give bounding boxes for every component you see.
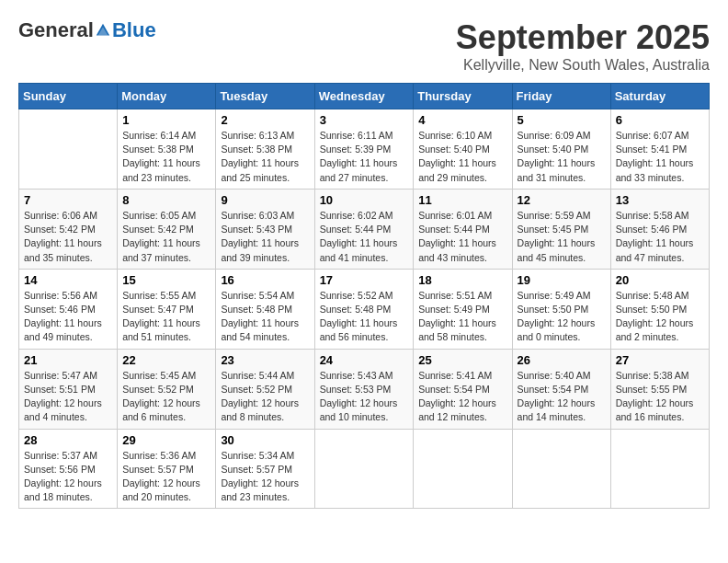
calendar-cell: 3Sunrise: 6:11 AMSunset: 5:39 PMDaylight… [314,109,414,190]
col-header-friday: Friday [512,84,610,109]
col-header-thursday: Thursday [414,84,512,109]
calendar-cell: 13Sunrise: 5:58 AMSunset: 5:46 PMDayligh… [610,189,709,269]
calendar-week-4: 21Sunrise: 5:47 AMSunset: 5:51 PMDayligh… [19,349,710,429]
calendar-cell: 5Sunrise: 6:09 AMSunset: 5:40 PMDaylight… [512,109,610,190]
calendar-cell: 4Sunrise: 6:10 AMSunset: 5:40 PMDaylight… [414,109,512,190]
calendar-cell [512,429,610,509]
day-number: 26 [518,353,606,367]
day-info: Sunrise: 6:01 AMSunset: 5:44 PMDaylight:… [418,209,506,265]
calendar-cell: 19Sunrise: 5:49 AMSunset: 5:50 PMDayligh… [512,269,610,349]
day-number: 5 [518,113,606,127]
col-header-tuesday: Tuesday [216,84,314,109]
day-number: 2 [221,113,309,127]
calendar-cell: 6Sunrise: 6:07 AMSunset: 5:41 PMDaylight… [610,109,709,190]
logo-icon [95,22,111,39]
calendar-cell: 8Sunrise: 6:05 AMSunset: 5:42 PMDaylight… [118,189,216,269]
calendar-cell: 25Sunrise: 5:41 AMSunset: 5:54 PMDayligh… [414,349,512,429]
day-info: Sunrise: 5:40 AMSunset: 5:54 PMDaylight:… [518,369,606,425]
calendar-cell: 23Sunrise: 5:44 AMSunset: 5:52 PMDayligh… [216,349,314,429]
page-header: General Blue September 2025 Kellyville, … [18,18,710,74]
calendar-cell: 10Sunrise: 6:02 AMSunset: 5:44 PMDayligh… [314,189,414,269]
day-info: Sunrise: 5:48 AMSunset: 5:50 PMDaylight:… [616,289,704,345]
day-number: 10 [320,193,409,207]
calendar-cell: 18Sunrise: 5:51 AMSunset: 5:49 PMDayligh… [414,269,512,349]
calendar-cell: 20Sunrise: 5:48 AMSunset: 5:50 PMDayligh… [610,269,709,349]
day-info: Sunrise: 5:43 AMSunset: 5:53 PMDaylight:… [320,369,409,425]
day-info: Sunrise: 5:47 AMSunset: 5:51 PMDaylight:… [24,369,112,425]
day-info: Sunrise: 5:37 AMSunset: 5:56 PMDaylight:… [24,449,112,505]
day-info: Sunrise: 5:41 AMSunset: 5:54 PMDaylight:… [418,369,506,425]
day-number: 14 [24,273,112,287]
day-number: 11 [418,193,506,207]
day-number: 6 [616,113,704,127]
day-number: 1 [122,113,210,127]
calendar-cell: 12Sunrise: 5:59 AMSunset: 5:45 PMDayligh… [512,189,610,269]
day-number: 16 [221,273,309,287]
day-number: 24 [320,353,409,367]
calendar-week-3: 14Sunrise: 5:56 AMSunset: 5:46 PMDayligh… [19,269,710,349]
day-info: Sunrise: 5:58 AMSunset: 5:46 PMDaylight:… [616,209,704,265]
calendar-cell: 2Sunrise: 6:13 AMSunset: 5:38 PMDaylight… [216,109,314,190]
day-number: 29 [122,433,210,447]
calendar-cell: 16Sunrise: 5:54 AMSunset: 5:48 PMDayligh… [216,269,314,349]
col-header-monday: Monday [118,84,216,109]
day-info: Sunrise: 5:56 AMSunset: 5:46 PMDaylight:… [24,289,112,345]
day-info: Sunrise: 6:05 AMSunset: 5:42 PMDaylight:… [122,209,210,265]
day-info: Sunrise: 6:09 AMSunset: 5:40 PMDaylight:… [518,129,606,185]
calendar-cell: 21Sunrise: 5:47 AMSunset: 5:51 PMDayligh… [19,349,118,429]
day-info: Sunrise: 5:54 AMSunset: 5:48 PMDaylight:… [221,289,309,345]
calendar-cell: 30Sunrise: 5:34 AMSunset: 5:57 PMDayligh… [216,429,314,509]
day-number: 28 [24,433,112,447]
calendar-cell: 15Sunrise: 5:55 AMSunset: 5:47 PMDayligh… [118,269,216,349]
logo-general-text: General [18,18,94,42]
calendar-cell: 11Sunrise: 6:01 AMSunset: 5:44 PMDayligh… [414,189,512,269]
day-info: Sunrise: 5:51 AMSunset: 5:49 PMDaylight:… [418,289,506,345]
day-number: 22 [122,353,210,367]
calendar-cell: 1Sunrise: 6:14 AMSunset: 5:38 PMDaylight… [118,109,216,190]
day-info: Sunrise: 6:06 AMSunset: 5:42 PMDaylight:… [24,209,112,265]
calendar-cell: 14Sunrise: 5:56 AMSunset: 5:46 PMDayligh… [19,269,118,349]
day-info: Sunrise: 6:07 AMSunset: 5:41 PMDaylight:… [616,129,704,185]
day-number: 9 [221,193,309,207]
calendar-week-1: 1Sunrise: 6:14 AMSunset: 5:38 PMDaylight… [19,109,710,190]
day-number: 3 [320,113,409,127]
logo-blue-text: Blue [112,18,156,42]
day-info: Sunrise: 5:36 AMSunset: 5:57 PMDaylight:… [122,449,210,505]
calendar-cell: 27Sunrise: 5:38 AMSunset: 5:55 PMDayligh… [610,349,709,429]
calendar-week-5: 28Sunrise: 5:37 AMSunset: 5:56 PMDayligh… [19,429,710,509]
day-info: Sunrise: 5:59 AMSunset: 5:45 PMDaylight:… [518,209,606,265]
location: Kellyville, New South Wales, Australia [456,57,710,74]
month-title: September 2025 [456,18,710,57]
day-number: 18 [418,273,506,287]
day-number: 17 [320,273,409,287]
day-info: Sunrise: 5:38 AMSunset: 5:55 PMDaylight:… [616,369,704,425]
day-info: Sunrise: 5:55 AMSunset: 5:47 PMDaylight:… [122,289,210,345]
calendar-cell: 26Sunrise: 5:40 AMSunset: 5:54 PMDayligh… [512,349,610,429]
calendar-cell: 7Sunrise: 6:06 AMSunset: 5:42 PMDaylight… [19,189,118,269]
col-header-wednesday: Wednesday [314,84,414,109]
day-number: 27 [616,353,704,367]
day-number: 21 [24,353,112,367]
day-number: 13 [616,193,704,207]
calendar-cell [19,109,118,190]
day-number: 20 [616,273,704,287]
calendar-cell [610,429,709,509]
day-info: Sunrise: 5:44 AMSunset: 5:52 PMDaylight:… [221,369,309,425]
day-number: 4 [418,113,506,127]
day-number: 8 [122,193,210,207]
day-info: Sunrise: 6:10 AMSunset: 5:40 PMDaylight:… [418,129,506,185]
day-info: Sunrise: 6:13 AMSunset: 5:38 PMDaylight:… [221,129,309,185]
logo: General Blue [18,18,156,42]
calendar-cell [414,429,512,509]
calendar-cell [314,429,414,509]
calendar-header-row: SundayMondayTuesdayWednesdayThursdayFrid… [19,84,710,109]
calendar-cell: 17Sunrise: 5:52 AMSunset: 5:48 PMDayligh… [314,269,414,349]
calendar-cell: 29Sunrise: 5:36 AMSunset: 5:57 PMDayligh… [118,429,216,509]
day-number: 7 [24,193,112,207]
day-info: Sunrise: 5:34 AMSunset: 5:57 PMDaylight:… [221,449,309,505]
day-number: 19 [518,273,606,287]
day-number: 25 [418,353,506,367]
calendar-cell: 24Sunrise: 5:43 AMSunset: 5:53 PMDayligh… [314,349,414,429]
day-info: Sunrise: 5:49 AMSunset: 5:50 PMDaylight:… [518,289,606,345]
day-info: Sunrise: 5:52 AMSunset: 5:48 PMDaylight:… [320,289,409,345]
